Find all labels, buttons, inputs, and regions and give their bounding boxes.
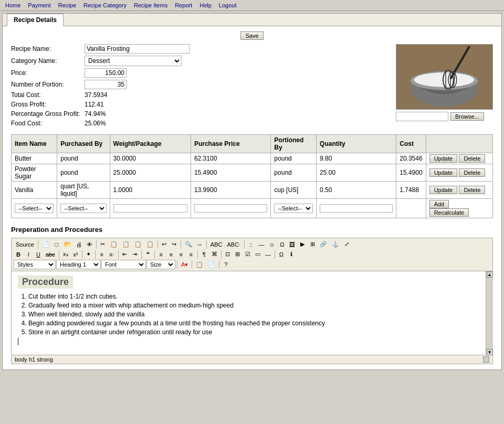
add-item-button[interactable]: Add xyxy=(429,200,449,208)
help-button[interactable]: ? xyxy=(221,260,230,269)
nav-recipe[interactable]: Recipe xyxy=(55,1,79,9)
flash-button[interactable]: ▶ xyxy=(298,240,307,249)
portions-label: Number of Portion: xyxy=(11,81,85,88)
paste2-button[interactable]: 📋 xyxy=(194,260,205,269)
browse-input[interactable] xyxy=(396,112,448,121)
update-button-0[interactable]: Update xyxy=(429,154,457,163)
font-select[interactable]: Font xyxy=(101,260,146,269)
heading-select[interactable]: Heading 1 xyxy=(56,260,101,269)
price-input[interactable] xyxy=(85,68,127,78)
format-block-button[interactable]: ⌘ xyxy=(209,250,219,259)
subscript-button[interactable]: x₂ xyxy=(61,250,70,259)
blockquote-button[interactable]: ❝ xyxy=(143,250,153,259)
scroll-down-arrow[interactable]: ▼ xyxy=(487,349,493,355)
ordered-list-button[interactable]: ≡ xyxy=(97,250,107,259)
insert-smiley-button[interactable]: ☺ xyxy=(267,240,277,249)
anchor-button[interactable]: ⚓ xyxy=(330,240,341,249)
undo-button[interactable]: ↩ xyxy=(160,240,169,249)
strikethrough-button[interactable]: abc xyxy=(44,250,57,259)
save-button[interactable]: Save xyxy=(240,31,263,40)
paste-text-button[interactable]: 📋 xyxy=(132,240,144,249)
new-page-button[interactable]: 📄 xyxy=(40,240,51,249)
category-select[interactable]: Dessert xyxy=(85,56,182,66)
replace-button[interactable]: ↔ xyxy=(195,240,205,249)
add-purchased-by-select[interactable]: --Select-- xyxy=(60,204,106,213)
table-button[interactable]: ⊞ xyxy=(308,240,317,249)
redo-button[interactable]: ↪ xyxy=(170,240,179,249)
image-button[interactable]: 🖼 xyxy=(287,240,297,249)
add-item-name-select[interactable]: --Select-- xyxy=(15,204,54,213)
copy-button[interactable]: 📋 xyxy=(108,240,120,249)
update-button-1[interactable]: Update xyxy=(429,168,457,177)
recalculate-button[interactable]: Recalculate xyxy=(429,208,469,217)
tab-recipe-details[interactable]: Recipe Details xyxy=(7,14,64,26)
delete-button-1[interactable]: Delete xyxy=(459,168,485,177)
cut-button[interactable]: ✂ xyxy=(98,240,108,249)
portions-input[interactable] xyxy=(85,80,127,89)
remove-format-button[interactable]: ✦ xyxy=(84,250,93,259)
delete-button-2[interactable]: Delete xyxy=(459,186,485,194)
open-button[interactable]: 📂 xyxy=(62,240,74,249)
recipe-name-input[interactable] xyxy=(85,44,190,54)
bold-button[interactable]: B xyxy=(14,250,23,259)
nav-logout[interactable]: Logout xyxy=(216,1,240,9)
update-button-2[interactable]: Update xyxy=(429,186,457,194)
editor-area[interactable]: Procedure Cut butter into 1-1/2 inch cub… xyxy=(11,271,493,355)
checkbox-button[interactable]: ☑ xyxy=(243,250,253,259)
templates-button[interactable]: □ xyxy=(52,240,61,249)
paste-word-button[interactable]: 📋 xyxy=(144,240,156,249)
maximize-button[interactable]: ⤢ xyxy=(342,240,351,249)
minus-button[interactable]: — xyxy=(263,250,273,259)
about-button[interactable]: ℹ xyxy=(287,250,296,259)
select-button[interactable]: ▭ xyxy=(253,250,262,259)
nav-report[interactable]: Report xyxy=(172,1,195,9)
print-button[interactable]: 🖨 xyxy=(74,240,84,249)
italic-button[interactable]: I xyxy=(24,250,33,259)
preview-button[interactable]: 👁 xyxy=(85,240,94,249)
underline-button[interactable]: U xyxy=(34,250,43,259)
styles-select[interactable]: Styles xyxy=(14,260,56,269)
add-weight-input[interactable] xyxy=(113,204,187,213)
align-right-button[interactable]: ≡ xyxy=(176,250,186,259)
insert-hline-button[interactable]: — xyxy=(256,240,266,249)
spell-check-as-button[interactable]: ABC· xyxy=(225,240,243,249)
insert-link-button[interactable]: 🔗 xyxy=(318,240,329,249)
text-color-button[interactable]: A▾ xyxy=(179,260,190,269)
nav-recipe-items[interactable]: Recipe Items xyxy=(131,1,171,9)
indent-button[interactable]: ⇥ xyxy=(130,250,140,259)
scroll-up-arrow[interactable]: ▲ xyxy=(487,271,493,278)
source-button[interactable]: Source xyxy=(14,240,36,249)
find-button[interactable]: 🔍 xyxy=(183,240,194,249)
nav-help[interactable]: Help xyxy=(196,1,215,9)
add-price-input[interactable] xyxy=(194,204,267,213)
insert-special-char-button[interactable]: Ω xyxy=(277,240,287,249)
editor-scrollbar[interactable]: ▲ ▼ xyxy=(486,271,493,355)
align-justify-button[interactable]: ≡ xyxy=(186,250,196,259)
form-button[interactable]: ⊞ xyxy=(233,250,243,259)
align-center-button[interactable]: ≡ xyxy=(166,250,176,259)
col-actions xyxy=(426,135,492,153)
superscript-button[interactable]: x² xyxy=(71,250,80,259)
show-blocks-button[interactable]: ⊡ xyxy=(223,250,233,259)
iframe-button[interactable]: Ω xyxy=(277,250,286,259)
resize-handle[interactable] xyxy=(483,356,489,363)
spell-check-button[interactable]: ABC xyxy=(208,240,225,249)
paste-button[interactable]: 📋 xyxy=(120,240,132,249)
align-left-button[interactable]: ≡ xyxy=(156,250,166,259)
add-portioned-by-select[interactable]: --Select-- xyxy=(274,204,313,213)
paragraph-button[interactable]: ¶ xyxy=(200,250,209,259)
col-purchased-by: Purchased By xyxy=(57,135,110,153)
outdent-button[interactable]: ⇤ xyxy=(120,250,130,259)
nav-home[interactable]: Home xyxy=(2,1,24,9)
delete-button-0[interactable]: Delete xyxy=(459,154,485,163)
browse-button[interactable]: Browse... xyxy=(450,112,484,121)
divider-15 xyxy=(275,250,275,259)
nav-payment[interactable]: Payment xyxy=(25,1,54,9)
size-select[interactable]: Size xyxy=(146,260,175,269)
add-quantity-input[interactable] xyxy=(320,204,393,213)
table-header-row: Item Name Purchased By Weight/Package Pu… xyxy=(12,135,493,153)
unordered-list-button[interactable]: ≡· xyxy=(107,250,117,259)
insert-table-button[interactable]: :: xyxy=(246,240,256,249)
copy2-button[interactable]: 📄 xyxy=(206,260,217,269)
nav-recipe-category[interactable]: Recipe Category xyxy=(80,1,130,9)
